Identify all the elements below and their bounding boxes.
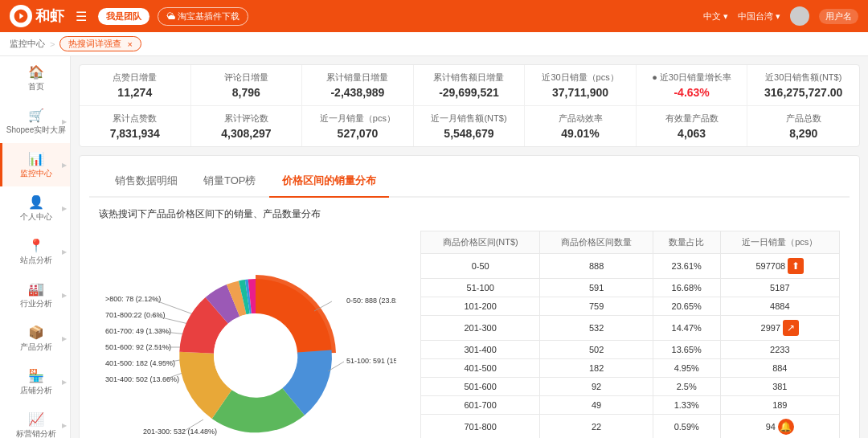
table-row: 601-700 49 1.33% 189 [421, 396, 840, 415]
table-row: 501-600 92 2.5% 381 [421, 378, 840, 396]
sidebar-item-industry[interactable]: 🏭 行业分析 ▶ [0, 273, 70, 317]
cell-range: 501-600 [421, 378, 540, 396]
home-icon: 🏠 [28, 64, 44, 80]
cell-sales: 381 [720, 378, 839, 396]
cell-range: 701-800 [421, 415, 540, 439]
export-icon[interactable]: ⬆ [788, 258, 804, 274]
table-row: 0-50 888 23.61% 597708 ⬆ [421, 254, 840, 279]
table-row: 101-200 759 20.65% 4884 [421, 297, 840, 316]
cell-sales: 2997 ↗ [720, 316, 839, 341]
breadcrumb-current[interactable]: 热搜词详强查 × [59, 36, 141, 51]
tab-top-sales[interactable]: 销量TOP榜 [190, 166, 269, 198]
data-table: 商品价格区间(NT$) 商品价格区间数量 数量占比 近一日销量（pcs） 0-5… [420, 231, 840, 438]
chevron-right-icon: ▶ [62, 379, 67, 386]
cell-pct: 1.33% [653, 396, 720, 415]
chevron-right-icon: ▶ [62, 422, 67, 429]
cell-pct: 13.65% [653, 341, 720, 359]
stat-cell: 评论日增量 8,796 [191, 65, 303, 105]
sidebar-item-home[interactable]: 🏠 首页 [0, 56, 70, 100]
breadcrumb-sep: > [50, 39, 55, 49]
svg-text:51-100: 591 (15.08%): 51-100: 591 (15.08%) [346, 357, 396, 365]
table-row: 301-400 502 13.65% 2233 [421, 341, 840, 359]
breadcrumb-home[interactable]: 监控中心 [10, 38, 45, 50]
cell-sales: 884 [720, 359, 839, 378]
tab-sales-detail[interactable]: 销售数据明细 [102, 166, 190, 198]
username-box[interactable]: 用户名 [819, 9, 858, 24]
app-body: 🏠 首页 🛒 Shopee实时大屏 ▶ 📊 监控中心 ▶ 👤 个人中心 ▶ 📍 … [0, 56, 868, 438]
stat-value: 8,796 [201, 86, 293, 99]
close-icon[interactable]: × [127, 39, 132, 49]
vip-button[interactable]: 我是团队 [98, 8, 149, 25]
stat-value: 4,063 [646, 127, 738, 140]
sidebar-item-site[interactable]: 📍 站点分析 ▶ [0, 230, 70, 273]
sidebar-label: 监控中心 [20, 169, 52, 178]
cell-count: 759 [540, 297, 653, 316]
stat-cell: 近30日销售额(NT$) 316,275,727.00 [747, 65, 859, 105]
stat-cell: 近一月销量（pcs） 527,070 [302, 106, 414, 146]
menu-button[interactable]: ☰ [72, 6, 90, 27]
table-row: 51-100 591 16.68% 5187 [421, 279, 840, 297]
cell-sales: 597708 ⬆ [720, 254, 839, 279]
chevron-right-icon: ▶ [62, 205, 67, 212]
language-selector[interactable]: 中文 ▾ [703, 10, 728, 23]
cell-count: 182 [540, 359, 653, 378]
stat-cell: 累计点赞数 7,831,934 [80, 106, 191, 146]
sidebar-item-marketing[interactable]: 📈 标营销分析 ▶ [0, 403, 70, 438]
cell-range: 601-700 [421, 396, 540, 415]
stat-label: 近一月销量（pcs） [312, 113, 403, 125]
donut-chart: >800: 78 (2.12%) 701-800:22 (0.6%) 601-7… [99, 231, 404, 438]
stat-cell: 产品总数 8,290 [747, 106, 859, 146]
industry-icon: 🏭 [28, 281, 44, 297]
stat-value: 527,070 [312, 127, 403, 140]
stat-value: 7,831,934 [89, 127, 181, 140]
stat-label: 累计评论数 [201, 113, 293, 125]
stat-value: 8,290 [757, 127, 850, 140]
region-selector[interactable]: 中国台湾 ▾ [738, 10, 780, 23]
region-text: 中国台湾 [738, 10, 773, 23]
cell-sales: 189 [720, 396, 839, 415]
chevron-right-icon: ▶ [62, 162, 67, 169]
sidebar-item-personal[interactable]: 👤 个人中心 ▶ [0, 186, 70, 230]
sidebar-item-monitor[interactable]: 📊 监控中心 ▶ [0, 143, 70, 186]
stats-row-2: 累计点赞数 7,831,934 累计评论数 4,308,297 近一月销量（pc… [80, 106, 859, 146]
chevron-down-icon: ▾ [723, 11, 728, 22]
stat-label: 近30日销量（pcs） [534, 72, 626, 84]
stat-value: -2,438,989 [312, 86, 403, 99]
svg-text:401-500: 182 (4.95%): 401-500: 182 (4.95%) [105, 359, 175, 367]
sidebar-item-store[interactable]: 🏪 店铺分析 ▶ [0, 360, 70, 403]
tab-price-dist[interactable]: 价格区间的销量分布 [269, 166, 389, 198]
bell-icon[interactable]: 🔔 [778, 419, 794, 435]
store-icon: 🏪 [28, 368, 44, 383]
shopee-icon: 🛒 [28, 108, 44, 123]
cell-range: 101-200 [421, 297, 540, 316]
cell-range: 401-500 [421, 359, 540, 378]
sidebar-label: Shopee实时大屏 [6, 125, 66, 135]
cell-pct: 16.68% [653, 279, 720, 297]
nav-right: 中文 ▾ 中国台湾 ▾ 用户名 [703, 6, 858, 26]
stat-label: 有效量产品数 [646, 113, 738, 125]
stat-value: 49.01% [534, 127, 626, 140]
svg-text:201-300: 532 (14.48%): 201-300: 532 (14.48%) [143, 428, 217, 436]
sidebar-label: 产品分析 [20, 342, 52, 352]
table-row: 401-500 182 4.95% 884 [421, 359, 840, 378]
stat-cell: 有效量产品数 4,063 [637, 106, 748, 146]
table-row: 701-800 22 0.59% 94 🔔 [421, 415, 840, 439]
sidebar-item-product[interactable]: 📦 产品分析 ▶ [0, 317, 70, 360]
stats-grid: 点赞日增量 11,274 评论日增量 8,796 累计销量日增量 -2,438,… [79, 64, 860, 147]
sidebar: 🏠 首页 🛒 Shopee实时大屏 ▶ 📊 监控中心 ▶ 👤 个人中心 ▶ 📍 … [0, 56, 71, 438]
arrow-icon[interactable]: ↗ [783, 320, 799, 336]
chart-title: 该热搜词下产品品价格区间下的销量、产品数量分布 [99, 207, 840, 221]
logo-text: 和虾 [35, 6, 64, 26]
lang-text: 中文 [703, 10, 721, 23]
stat-cell: 累计销量日增量 -2,438,989 [302, 65, 414, 105]
sidebar-label: 站点分析 [20, 256, 52, 265]
cell-count: 49 [540, 396, 653, 415]
stat-label: 产品动效率 [534, 113, 626, 125]
svg-text:601-700: 49 (1.33%): 601-700: 49 (1.33%) [105, 327, 171, 335]
stat-cell: 近一月销售额(NT$) 5,548,679 [414, 106, 526, 146]
sidebar-item-shopee[interactable]: 🛒 Shopee实时大屏 ▶ [0, 100, 70, 143]
stat-cell: 近30日销量（pcs） 37,711,900 [525, 65, 637, 105]
stats-row-1: 点赞日增量 11,274 评论日增量 8,796 累计销量日增量 -2,438,… [80, 65, 859, 106]
site-icon: 📍 [28, 238, 44, 253]
download-button[interactable]: 🌥 淘宝基插件下载 [158, 7, 248, 26]
